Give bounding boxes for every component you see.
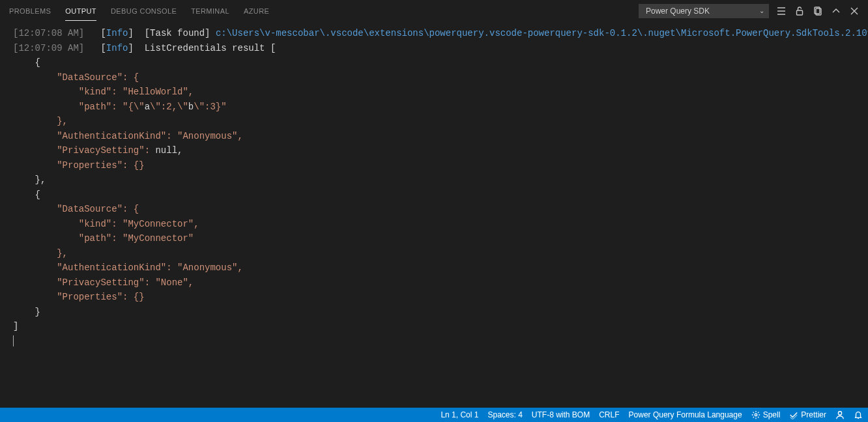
close-panel-icon[interactable] bbox=[847, 4, 861, 18]
json-line: } bbox=[13, 307, 40, 317]
status-spell[interactable]: Spell bbox=[751, 410, 781, 419]
json-line: }, bbox=[13, 175, 46, 185]
json-line: "kind": "HelloWorld", bbox=[13, 87, 194, 97]
output-pane[interactable]: [12:07:08 AM] [Info] [Task found] c:\Use… bbox=[0, 22, 868, 408]
status-bar: Ln 1, Col 1 Spaces: 4 UTF-8 with BOM CRL… bbox=[0, 408, 868, 422]
json-line: "AuthenticationKind": "Anonymous", bbox=[13, 262, 243, 273]
json-line: "DataSource": { bbox=[13, 72, 139, 83]
log-level-info: Info bbox=[106, 28, 128, 38]
clear-output-icon[interactable] bbox=[811, 4, 825, 18]
tab-debug-console[interactable]: DEBUG CONSOLE bbox=[111, 1, 177, 21]
json-line: }, bbox=[13, 116, 68, 126]
tab-problems[interactable]: PROBLEMS bbox=[9, 1, 51, 21]
json-line: "path": "MyConnector" bbox=[13, 233, 194, 244]
json-line: "PrivacySetting": bbox=[13, 145, 155, 156]
chevron-up-icon[interactable] bbox=[829, 4, 843, 18]
json-line: ] bbox=[13, 321, 18, 331]
status-feedback-icon[interactable] bbox=[835, 410, 845, 419]
status-prettier[interactable]: Prettier bbox=[789, 410, 826, 419]
json-line: }, bbox=[13, 248, 68, 259]
chevron-down-icon: ⌄ bbox=[759, 7, 764, 14]
status-language[interactable]: Power Query Formula Language bbox=[629, 410, 742, 419]
status-encoding[interactable]: UTF-8 with BOM bbox=[532, 410, 590, 419]
log-task-found: [Task found] bbox=[145, 28, 210, 38]
status-lncol[interactable]: Ln 1, Col 1 bbox=[441, 410, 478, 419]
json-line: "Properties": {} bbox=[13, 160, 145, 171]
list-icon[interactable] bbox=[774, 4, 788, 18]
json-line: "AuthenticationKind": "Anonymous", bbox=[13, 131, 243, 141]
cursor bbox=[13, 336, 14, 346]
unlock-icon[interactable] bbox=[792, 4, 807, 18]
json-line: "PrivacySetting": "None", bbox=[13, 277, 194, 288]
bell-icon bbox=[854, 410, 863, 419]
tab-azure[interactable]: AZURE bbox=[244, 1, 269, 21]
output-channel-select[interactable]: Power Query SDK ⌄ bbox=[639, 4, 769, 18]
status-eol[interactable]: CRLF bbox=[599, 410, 619, 419]
gear-icon bbox=[751, 410, 760, 419]
svg-rect-0 bbox=[797, 10, 803, 15]
log-exe-path: c:\Users\v-mescobar\.vscode\extensions\p… bbox=[216, 28, 868, 38]
log-timestamp: [12:07:08 AM] bbox=[13, 28, 84, 38]
json-line: "path": "{\" bbox=[13, 102, 145, 112]
json-line: { bbox=[13, 190, 40, 200]
tab-terminal[interactable]: TERMINAL bbox=[191, 1, 229, 21]
tab-output[interactable]: OUTPUT bbox=[65, 1, 96, 21]
log-level-info: Info bbox=[106, 43, 128, 53]
log-listcred-header: ListCredentials result [ bbox=[145, 43, 276, 53]
json-line: "DataSource": { bbox=[13, 204, 139, 214]
status-indent[interactable]: Spaces: 4 bbox=[487, 410, 522, 419]
svg-point-4 bbox=[838, 412, 841, 415]
status-bell-icon[interactable] bbox=[854, 410, 863, 419]
check-icon bbox=[789, 410, 798, 419]
panel-tabbar: PROBLEMS OUTPUT DEBUG CONSOLE TERMINAL A… bbox=[0, 0, 868, 22]
log-timestamp: [12:07:09 AM] bbox=[13, 43, 84, 53]
output-channel-label: Power Query SDK bbox=[646, 7, 710, 16]
person-icon bbox=[835, 410, 845, 419]
json-line: "kind": "MyConnector", bbox=[13, 219, 199, 229]
json-line: "Properties": {} bbox=[13, 292, 145, 302]
json-line: { bbox=[13, 57, 40, 68]
svg-point-3 bbox=[755, 414, 757, 416]
